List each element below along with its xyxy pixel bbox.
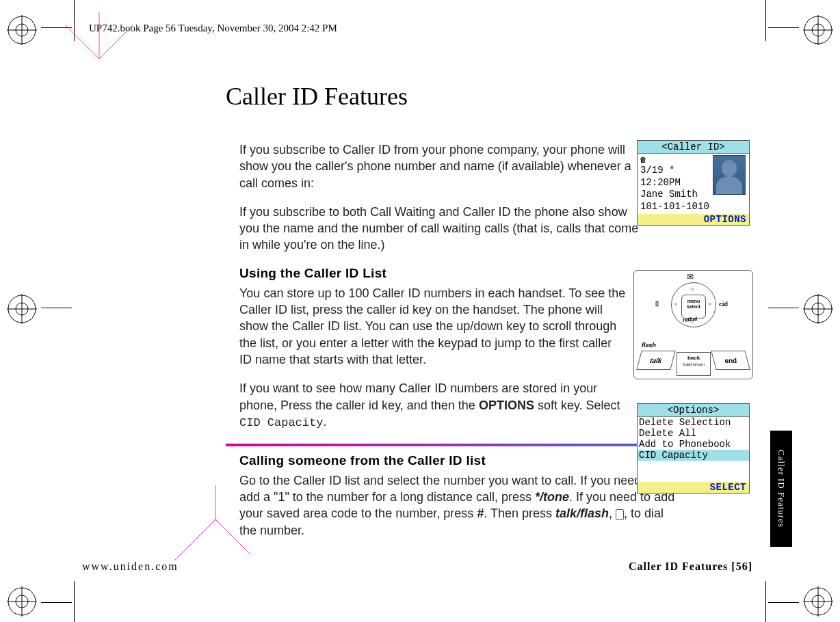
page-footer: www.uniden.com Caller ID Features [56] [82,560,752,573]
document-header: UP742.book Page 56 Tuesday, November 30,… [89,23,337,34]
screen-line: 101-101-1010 [640,201,746,213]
using-list-paragraph-1: You can store up to 100 Caller ID number… [239,285,626,368]
option-item: Delete All [638,428,749,439]
arrow-up-icon: ▵ [691,285,694,292]
arrow-right-icon: ▹ [709,300,712,307]
crop-line [768,27,799,28]
text-fragment: . [323,415,326,429]
using-list-paragraph-2: If you want to see how many Caller ID nu… [239,380,626,431]
crop-line [768,602,799,603]
option-item: Add to Phonebook [638,439,749,450]
text-fragment: soft key. Select [534,398,620,412]
softkey-select: SELECT [638,482,749,493]
crop-line [41,308,72,308]
calling-paragraph: Go to the Caller ID list and select the … [239,472,677,539]
softkey-options: OPTIONS [638,214,749,225]
registration-mark [7,294,37,324]
screen-body: ☎ 3/19 * 12:20PM Jane Smith 101-101-1010 [638,154,749,214]
page-title: Caller ID Features [226,82,739,111]
arrow-left-icon: ◃ [674,300,677,307]
text-fragment: . Then press [484,506,555,520]
screen-body: Delete Selection Delete All Add to Phone… [638,417,749,482]
option-item: Delete Selection [638,417,749,428]
handset-keypad-diagram: ✉ menuselect ▵ ▿ ◃ ▹ ▯ cid redial flash … [633,270,753,379]
option-item-selected: CID Capacity [638,450,749,461]
handset-glyph-icon [616,509,624,520]
registration-mark [7,15,37,45]
side-tab-label: Caller ID Features [776,450,787,528]
mail-icon: ✉ [687,272,694,282]
book-icon: ▯ [655,300,659,307]
talk-flash-key: talk/flash [555,506,609,520]
crop-line [41,27,72,28]
intro-paragraph-1: If you subscribe to Caller ID from your … [239,141,646,191]
crop-line [765,581,766,622]
caller-id-screen: <Caller ID> ☎ 3/19 * 12:20PM Jane Smith … [637,140,750,226]
menu-select-button: menuselect [681,295,706,319]
back-label: back [687,355,700,361]
options-screen: <Options> Delete Selection Delete All Ad… [637,403,750,493]
screen-title: <Options> [638,404,749,417]
hold-label: hold/int'com [683,362,705,366]
footer-page-label: Caller ID Features [56] [629,560,752,573]
talk-button: talk [636,351,676,370]
crop-line [74,0,75,41]
registration-mark [803,294,833,324]
screen-title: <Caller ID> [638,141,749,154]
cid-label: cid [719,301,728,308]
caller-avatar-icon [713,155,746,195]
text-fragment: , [609,506,616,520]
star-tone-key: */tone [535,490,569,504]
crop-line [765,0,766,41]
options-key-label: OPTIONS [479,398,534,412]
svg-line-27 [174,519,215,560]
back-button: backhold/int'com [677,352,711,376]
intro-paragraph-2: If you subscribe to both Call Waiting an… [239,204,646,254]
flash-label: flash [642,342,656,349]
registration-mark [803,15,833,45]
footer-url: www.uniden.com [82,560,179,573]
registration-mark [7,586,37,617]
side-tab: Caller ID Features [770,431,792,547]
hash-key: # [477,506,484,520]
crop-line [768,308,799,308]
crop-line [41,602,72,603]
crop-line [74,581,75,622]
cid-capacity-label: CID Capacity [239,416,323,429]
end-button: end [711,351,750,370]
registration-mark [803,586,833,617]
